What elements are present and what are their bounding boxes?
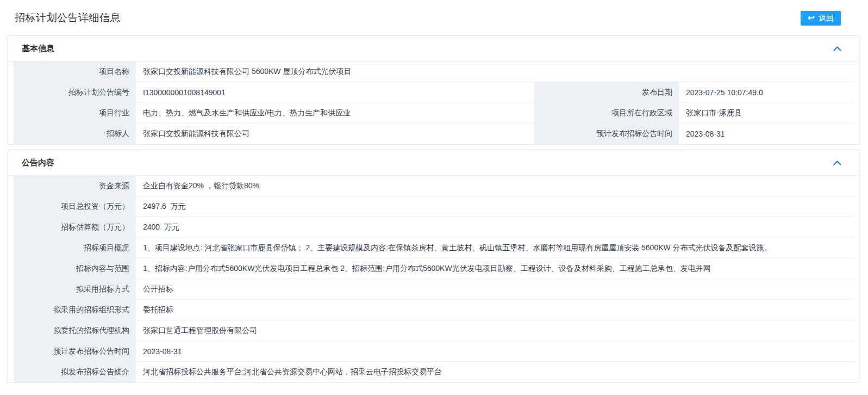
field-label: 招标计划公告编号 xyxy=(14,82,136,102)
table-row: 拟采用招标方式 公开招标 xyxy=(14,279,854,300)
back-arrow-icon: ↩ xyxy=(808,14,815,22)
announcement-content-panel-title: 公告内容 xyxy=(22,158,54,168)
table-row: 招标项目概况 1、项目建设地点: 河北省张家口市鹿县保岱镇； 2、主要建设规模及… xyxy=(14,238,854,258)
field-value: 1、项目建设地点: 河北省张家口市鹿县保岱镇； 2、主要建设规模及内容:在保镇茶… xyxy=(136,238,854,258)
field-label: 招标项目概况 xyxy=(14,238,136,258)
table-row: 招标内容与范围 1、招标内容:户用分布式5600KW光伏发电项目工程总承包 2、… xyxy=(14,258,854,279)
field-value: 2023-08-31 xyxy=(136,341,854,361)
basic-info-table: 项目名称 张家口交投新能源科技有限公司 5600KW 屋顶分布式光伏项目 招标计… xyxy=(14,61,854,144)
table-row: 资金来源 企业自有资金20% ，银行贷款80% xyxy=(14,176,854,196)
table-row: 拟采用的招标组织形式 委托招标 xyxy=(14,300,854,320)
field-value: 张家口世通工程管理股份有限公司 xyxy=(136,320,854,341)
field-label: 预计发布招标公告时间 xyxy=(535,124,679,144)
field-label: 拟委托的招标代理机构 xyxy=(14,320,136,341)
basic-info-panel-title: 基本信息 xyxy=(22,44,54,54)
field-label: 项目所在行政区域 xyxy=(535,103,679,123)
field-label: 预计发布招标公告时间 xyxy=(14,341,136,361)
field-label: 拟采用招标方式 xyxy=(14,279,136,299)
field-value: 公开招标 xyxy=(136,279,854,299)
chevron-up-icon xyxy=(833,161,841,165)
field-value: 2400 万元 xyxy=(136,217,854,237)
table-row: 招标计划公告编号 I1300000001008149001 发布日期 2023-… xyxy=(14,82,854,103)
table-row: 招标估算额（万元） 2400 万元 xyxy=(14,217,854,238)
field-value: I1300000001008149001 xyxy=(136,82,535,102)
table-row: 项目名称 张家口交投新能源科技有限公司 5600KW 屋顶分布式光伏项目 xyxy=(14,61,854,82)
table-row: 拟发布招标公告媒介 河北省招标投标公共服务平台;河北省公共资源交易中心网站，招采… xyxy=(14,362,854,382)
announcement-content-table: 资金来源 企业自有资金20% ，银行贷款80% 项目总投资（万元） 2497.6… xyxy=(14,176,854,382)
chevron-up-icon xyxy=(833,46,841,51)
field-label: 招标人 xyxy=(14,124,136,144)
back-button[interactable]: ↩ 返回 xyxy=(801,11,841,26)
page-title: 招标计划公告详细信息 xyxy=(15,11,121,25)
top-bar: 招标计划公告详细信息 ↩ 返回 xyxy=(0,0,868,35)
table-row: 拟委托的招标代理机构 张家口世通工程管理股份有限公司 xyxy=(14,320,854,341)
announcement-content-panel-header: 公告内容 xyxy=(8,150,860,176)
field-label: 项目行业 xyxy=(14,103,136,123)
field-value: 电力、热力、燃气及水生产和供应业/电力、热力生产和供应业 xyxy=(136,103,535,123)
table-row: 招标人 张家口交投新能源科技有限公司 预计发布招标公告时间 2023-08-31 xyxy=(14,124,854,144)
field-value: 张家口市-涿鹿县 xyxy=(679,103,854,123)
field-label: 招标估算额（万元） xyxy=(14,217,136,237)
field-label: 项目总投资（万元） xyxy=(14,196,136,217)
field-value: 2023-08-31 xyxy=(679,124,854,144)
back-button-label: 返回 xyxy=(819,14,834,23)
field-value: 2023-07-25 10:07:49.0 xyxy=(679,82,854,102)
field-label: 资金来源 xyxy=(14,176,136,196)
field-label: 项目名称 xyxy=(14,61,136,82)
field-value: 张家口交投新能源科技有限公司 xyxy=(136,124,535,144)
table-row: 项目行业 电力、热力、燃气及水生产和供应业/电力、热力生产和供应业 项目所在行政… xyxy=(14,103,854,124)
field-value: 张家口交投新能源科技有限公司 5600KW 屋顶分布式光伏项目 xyxy=(136,61,854,82)
table-row: 项目总投资（万元） 2497.6 万元 xyxy=(14,196,854,217)
announcement-content-collapse-button[interactable] xyxy=(831,158,844,168)
basic-info-panel-header: 基本信息 xyxy=(8,36,860,61)
field-value: 委托招标 xyxy=(136,300,854,320)
field-value: 河北省招标投标公共服务平台;河北省公共资源交易中心网站，招采云电子招投标交易平台 xyxy=(136,362,854,382)
basic-info-panel: 基本信息 项目名称 张家口交投新能源科技有限公司 5600KW 屋顶分布式光伏项… xyxy=(8,35,860,145)
field-value: 2497.6 万元 xyxy=(136,196,854,217)
field-label: 拟采用的招标组织形式 xyxy=(14,300,136,320)
field-label: 招标内容与范围 xyxy=(14,258,136,279)
announcement-content-panel: 公告内容 资金来源 企业自有资金20% ，银行贷款80% 项目总投资（万元） 2… xyxy=(8,150,860,383)
field-value: 1、招标内容:户用分布式5600KW光伏发电项目工程总承包 2、招标范围:户用分… xyxy=(136,258,854,279)
field-label: 拟发布招标公告媒介 xyxy=(14,362,136,382)
field-value: 企业自有资金20% ，银行贷款80% xyxy=(136,176,854,196)
basic-info-collapse-button[interactable] xyxy=(831,44,844,53)
field-label: 发布日期 xyxy=(535,82,679,102)
table-row: 预计发布招标公告时间 2023-08-31 xyxy=(14,341,854,362)
